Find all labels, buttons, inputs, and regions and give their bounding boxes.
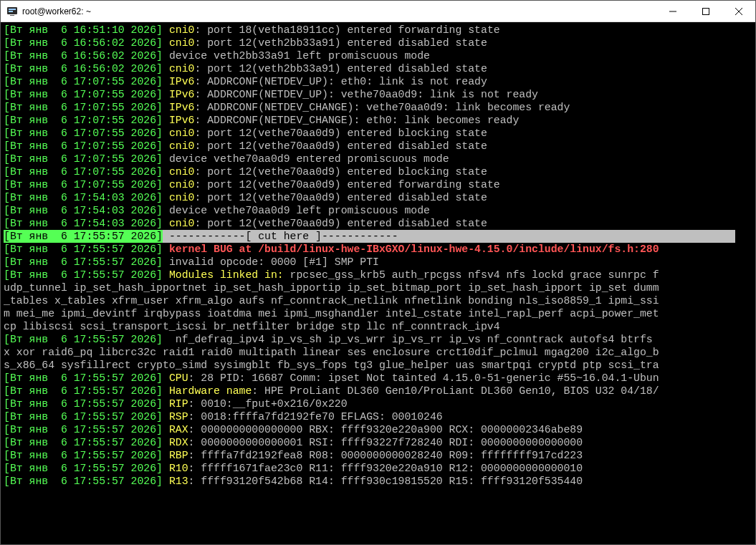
log-line: [Вт янв 6 17:07:55 2026] IPv6: ADDRCONF(… [4,114,752,127]
maximize-button[interactable] [689,1,722,21]
log-line: [Вт янв 6 17:07:55 2026] device vethe70a… [4,153,752,165]
log-line: [Вт янв 6 17:54:03 2026] device vethe70a… [4,204,752,217]
log-line: [Вт янв 6 17:07:55 2026] cni0: port 12(v… [4,165,752,178]
log-line: [Вт янв 6 16:56:02 2026] cni0: port 12(v… [4,62,752,75]
log-line: _tables x_tables xfrm_user xfrm_algo auf… [4,294,752,307]
log-line: [Вт янв 6 16:56:02 2026] cni0: port 12(v… [4,37,752,49]
log-line: [Вт янв 6 17:54:03 2026] cni0: port 12(v… [4,217,752,230]
svg-rect-1 [9,9,16,10]
log-line: [Вт янв 6 17:07:55 2026] IPv6: ADDRCONF(… [4,75,752,88]
log-line: [Вт янв 6 17:55:57 2026] R10: fffff1671f… [4,462,752,475]
log-line: [Вт янв 6 17:07:55 2026] cni0: port 12(v… [4,178,752,191]
log-line: x xor raid6_pq libcrc32c raid1 raid0 mul… [4,346,752,359]
log-line: [Вт янв 6 17:07:55 2026] cni0: port 12(v… [4,140,752,153]
log-line: [Вт янв 6 16:51:10 2026] cni0: port 18(v… [4,24,752,37]
log-line: [Вт янв 6 17:07:55 2026] cni0: port 12(v… [4,127,752,140]
log-line: [Вт янв 6 17:55:57 2026] RAX: 0000000000… [4,423,752,436]
log-line: [Вт янв 6 17:07:55 2026] IPv6: ADDRCONF(… [4,88,752,101]
log-line: [Вт янв 6 17:55:57 2026] Hardware name: … [4,385,752,397]
log-line: [Вт янв 6 16:56:02 2026] device veth2bb3… [4,49,752,62]
log-line: [Вт янв 6 17:55:57 2026] invalid opcode:… [4,256,752,269]
log-line: s_x86_64 sysfillrect crypto_simd sysimgb… [4,359,752,372]
terminal-output[interactable]: [Вт янв 6 16:51:10 2026] cni0: port 18(v… [1,22,755,544]
log-line: [Вт янв 6 17:07:55 2026] IPv6: ADDRCONF(… [4,101,752,114]
titlebar[interactable]: root@worker62: ~ [1,1,755,22]
log-line: [Вт янв 6 17:55:57 2026] R13: ffff93120f… [4,475,752,488]
log-line: m mei_me ipmi_devintf irqbypass ioatdma … [4,307,752,320]
log-line: cp libiscsi scsi_transport_iscsi br_netf… [4,320,752,333]
log-line: [Вт янв 6 17:55:57 2026] RDX: 0000000000… [4,436,752,449]
log-line: [Вт янв 6 17:55:57 2026] kernel BUG at /… [4,243,752,256]
log-line: [Вт янв 6 17:55:57 2026] RIP: 0010:__fpu… [4,397,752,410]
log-line: [Вт янв 6 17:55:57 2026] nf_defrag_ipv4 … [4,333,752,346]
log-line: [Вт янв 6 17:55:57 2026] ------------[ c… [4,230,752,243]
log-line: [Вт янв 6 17:55:57 2026] Modules linked … [4,269,752,281]
log-line: udp_tunnel ip_set_hash_ipportnet ip_set_… [4,281,752,294]
window-title: root@worker62: ~ [22,6,656,16]
log-line: [Вт янв 6 17:55:57 2026] RBP: ffffa7fd21… [4,449,752,462]
app-icon [6,6,18,17]
log-line: [Вт янв 6 17:55:57 2026] RSP: 0018:ffffa… [4,410,752,423]
svg-rect-2 [9,11,13,12]
app-window: root@worker62: ~ [Вт янв 6 16:51:10 2026… [0,0,756,545]
log-line: [Вт янв 6 17:54:03 2026] cni0: port 12(v… [4,191,752,204]
window-controls [656,1,755,21]
svg-rect-5 [703,8,709,14]
log-line: [Вт янв 6 17:55:57 2026] CPU: 28 PID: 16… [4,372,752,385]
svg-rect-3 [10,15,14,16]
minimize-button[interactable] [656,1,689,21]
close-button[interactable] [722,1,755,21]
